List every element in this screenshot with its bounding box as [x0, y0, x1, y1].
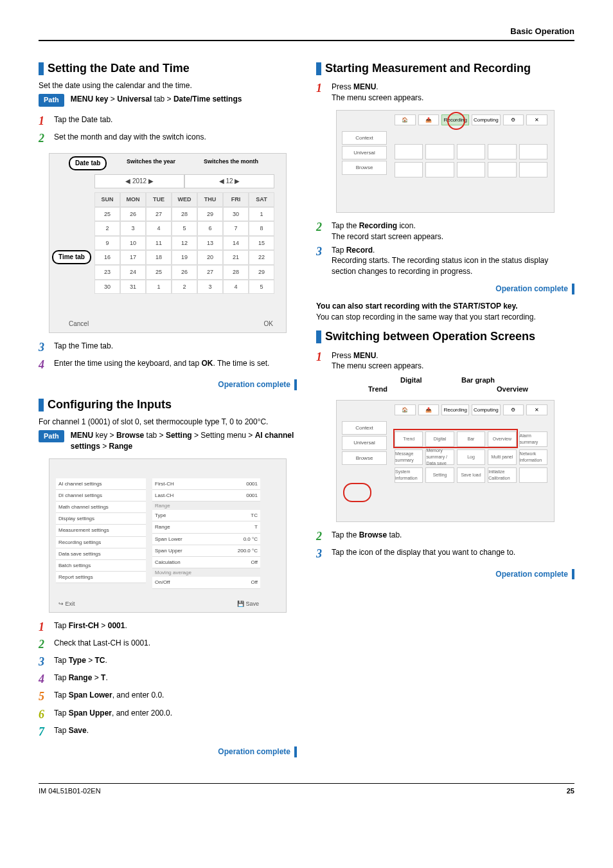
menu-icon[interactable]: Log — [457, 449, 485, 465]
day-cell[interactable]: 25 — [146, 265, 172, 280]
day-cell[interactable]: 30 — [94, 280, 120, 294]
side-menu-item[interactable]: Context — [342, 131, 387, 145]
menu-icon[interactable]: Alarm summary — [519, 431, 547, 447]
menu-icon[interactable] — [457, 144, 485, 159]
day-cell[interactable]: 15 — [249, 236, 274, 251]
range-row[interactable]: Span Lower0.0 °C — [152, 534, 260, 545]
day-cell[interactable]: 27 — [146, 207, 172, 222]
menu-icon[interactable]: Setting — [425, 467, 454, 483]
day-cell[interactable]: 21 — [223, 250, 249, 265]
settings-item[interactable]: Batch settings — [56, 560, 146, 572]
side-menu-item[interactable]: Context — [342, 421, 387, 435]
day-cell[interactable]: 27 — [197, 265, 223, 280]
recording-tab[interactable]: Recording — [441, 404, 468, 415]
day-cell[interactable]: 29 — [197, 207, 223, 222]
day-cell[interactable]: 29 — [249, 265, 274, 280]
range-row[interactable]: On/OffOff — [152, 577, 260, 588]
day-cell[interactable]: 17 — [120, 250, 146, 265]
day-cell[interactable]: 31 — [120, 280, 146, 294]
callout-time-tab: Time tab — [52, 250, 91, 264]
day-cell[interactable]: 7 — [223, 221, 249, 236]
side-menu-item[interactable]: Browse — [342, 451, 387, 465]
side-menu-item[interactable]: Universal — [342, 436, 387, 449]
ok-button[interactable]: OK — [264, 320, 273, 329]
dow-cell: TUE — [146, 192, 172, 207]
menu-icon[interactable] — [457, 162, 485, 177]
menu-icon[interactable] — [425, 144, 454, 159]
day-cell[interactable]: 12 — [172, 236, 197, 251]
menu-icon[interactable] — [425, 162, 454, 177]
menu-icon[interactable] — [488, 144, 516, 159]
day-cell[interactable]: 26 — [120, 207, 146, 222]
day-cell[interactable]: 23 — [94, 265, 120, 280]
menu-icon[interactable] — [488, 162, 516, 177]
range-row[interactable]: Span Upper200.0 °C — [152, 545, 260, 557]
settings-item[interactable]: Recording settings — [56, 537, 146, 548]
menu-icon[interactable] — [519, 144, 547, 159]
side-menu-item[interactable]: Universal — [342, 146, 387, 159]
day-cell[interactable]: 13 — [197, 236, 223, 251]
range-row[interactable]: TypeTC — [152, 510, 260, 521]
day-cell[interactable]: 11 — [146, 236, 172, 251]
cancel-button[interactable]: Cancel — [69, 320, 89, 329]
day-cell[interactable]: 20 — [197, 250, 223, 265]
day-cell[interactable]: 5 — [249, 280, 274, 294]
range-row[interactable]: RangeT — [152, 521, 260, 533]
section-title: Setting the Date and Time — [48, 60, 190, 77]
range-row[interactable]: First-CH0001 — [152, 478, 260, 490]
day-cell[interactable]: 3 — [197, 280, 223, 294]
day-cell[interactable]: 16 — [94, 250, 120, 265]
save-button[interactable]: Save — [245, 601, 259, 607]
day-cell[interactable]: 26 — [172, 265, 197, 280]
day-cell[interactable]: 2 — [94, 221, 120, 236]
settings-item[interactable]: Report settings — [56, 572, 146, 583]
settings-item[interactable]: AI channel settings — [56, 478, 146, 490]
menu-icon[interactable]: Message summary — [395, 449, 423, 465]
settings-item[interactable]: Display settings — [56, 513, 146, 525]
day-cell[interactable]: 8 — [249, 221, 274, 236]
day-cell[interactable]: 30 — [223, 207, 249, 222]
menu-icon[interactable]: Memory summary / Data save — [425, 449, 454, 465]
day-cell[interactable]: 22 — [249, 250, 274, 265]
menu-icon[interactable]: Multi panel — [488, 449, 516, 465]
day-cell[interactable]: 4 — [146, 221, 172, 236]
menu-icon[interactable]: Save load — [457, 467, 485, 483]
menu-icon[interactable] — [519, 467, 547, 483]
day-cell[interactable]: 3 — [120, 221, 146, 236]
day-cell[interactable]: 18 — [146, 250, 172, 265]
day-cell[interactable]: 10 — [120, 236, 146, 251]
day-cell[interactable]: 2 — [172, 280, 197, 294]
menu-icon[interactable]: Initialize Calibration — [488, 467, 516, 483]
settings-item[interactable]: Data save settings — [56, 548, 146, 560]
settings-item[interactable]: Math channel settings — [56, 502, 146, 513]
settings-item[interactable]: Measurement settings — [56, 525, 146, 536]
path-row: Path MENU key > Browse tab > Setting > S… — [39, 430, 297, 452]
day-cell[interactable]: 24 — [120, 265, 146, 280]
range-row[interactable]: CalculationOff — [152, 557, 260, 568]
settings-item[interactable]: DI channel settings — [56, 490, 146, 502]
day-cell[interactable]: 5 — [172, 221, 197, 236]
day-cell[interactable]: 1 — [249, 207, 274, 222]
day-cell[interactable]: 28 — [223, 265, 249, 280]
menu-icon[interactable]: Network information — [519, 449, 547, 465]
menu-icon[interactable] — [395, 144, 423, 159]
side-menu-item[interactable]: Browse — [342, 161, 387, 174]
day-cell[interactable]: 1 — [146, 280, 172, 294]
day-cell[interactable]: 25 — [94, 207, 120, 222]
day-cell[interactable]: 19 — [172, 250, 197, 265]
menu-icon[interactable]: System information — [395, 467, 423, 483]
computing-tab[interactable]: Computing — [472, 404, 501, 415]
menu-icon[interactable] — [519, 162, 547, 177]
range-row[interactable]: Last-CH0001 — [152, 490, 260, 502]
day-cell[interactable]: 28 — [172, 207, 197, 222]
day-cell[interactable]: 6 — [197, 221, 223, 236]
day-cell[interactable]: 14 — [223, 236, 249, 251]
exit-button[interactable]: Exit — [66, 601, 75, 607]
step-number: 2 — [316, 529, 332, 545]
month-value[interactable]: 12 — [226, 177, 233, 185]
year-value[interactable]: 2012 — [132, 177, 147, 185]
menu-icon[interactable] — [395, 162, 423, 177]
day-cell[interactable]: 9 — [94, 236, 120, 251]
computing-tab[interactable]: Computing — [472, 114, 501, 125]
day-cell[interactable]: 4 — [223, 280, 249, 294]
